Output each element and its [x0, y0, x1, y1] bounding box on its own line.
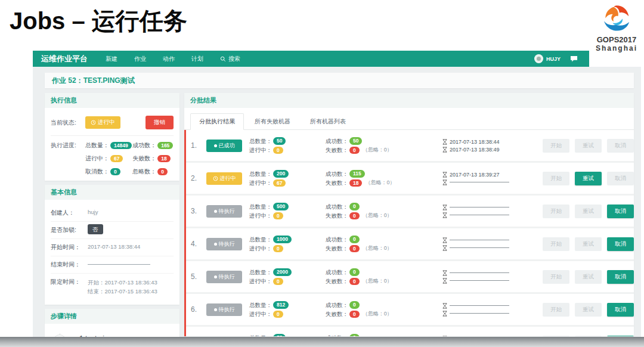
start-time [442, 237, 543, 243]
user-menu[interactable]: HUJY [534, 54, 561, 63]
status-dot-icon [214, 243, 217, 246]
in-progress-count: 进行中：67 [249, 179, 326, 187]
nav-menu: 新建作业动作计划 [106, 55, 220, 63]
content-area: 作业 52：TEST.PING测试 执行信息 当前状态: [33, 67, 641, 337]
start-button[interactable]: 开始 [543, 205, 569, 218]
current-status-label: 当前状态: [51, 119, 85, 127]
info-row: 是否加锁:否 [51, 222, 174, 239]
nav-item-2[interactable]: 作业 [134, 55, 146, 63]
in-progress-count-value: 0 [273, 278, 283, 285]
in-progress-count-label: 进行中： [249, 245, 272, 252]
retry-button[interactable]: 重试 [575, 139, 602, 153]
empty-value-line [88, 264, 150, 265]
logo-text-shanghai: Shanghai [596, 44, 637, 52]
success-count-value: 0 [349, 268, 360, 275]
in-progress-count-value: 0 [273, 311, 283, 318]
retry-button[interactable]: 重试 [575, 270, 602, 284]
progress-row: 执行进度: 总数量：14849成功数：165进行中：67失败数：18取消数：0忽… [51, 136, 174, 176]
end-time [442, 278, 543, 284]
retry-button[interactable]: 重试 [575, 303, 602, 317]
retry-button[interactable]: 重试 [575, 336, 602, 337]
retry-button[interactable]: 重试 [575, 237, 602, 251]
in-progress-count: 进行中：0 [249, 147, 326, 154]
hourglass-icon [442, 212, 447, 218]
lock-badge: 否 [88, 224, 103, 234]
page-title: 作业 52：TEST.PING测试 [45, 73, 634, 88]
current-status-row: 当前状态: 进行中 撤销 [51, 113, 174, 136]
success-count-value: 0 [349, 301, 360, 308]
start-button[interactable]: 开始 [543, 139, 569, 153]
nav-item-1[interactable]: 新建 [106, 55, 117, 63]
success-count: 成功数：0 [326, 268, 442, 275]
cancel-button[interactable]: 取消 [607, 139, 634, 153]
tabs: 分批执行结果所有失败机器所有机器列表 [184, 108, 634, 130]
info-row: 创建人：hujy [51, 205, 174, 222]
in-progress-count: 进行中：0 [249, 245, 326, 252]
fail-count: 失败数：0（忽略：0） [326, 311, 442, 318]
info-label: 创建人： [51, 209, 88, 217]
hourglass-icon [442, 237, 447, 243]
total-count-label: 总数量： [249, 236, 272, 243]
hourglass-icon [442, 303, 447, 309]
stat-ignore-label: 忽略数： [132, 168, 156, 176]
cancel-button[interactable]: 取消 [607, 270, 634, 284]
clock-icon [91, 120, 96, 125]
batch-results-title: 分批结果 [184, 93, 634, 108]
nav-search-label: 搜索 [228, 55, 240, 63]
in-progress-count: 进行中：0 [249, 311, 326, 318]
tab-3[interactable]: 所有机器列表 [301, 113, 355, 130]
batch-row: 2.进行中总数量：200进行中：67成功数：115失败数：18（忽略：0）201… [186, 163, 634, 194]
fail-count-label: 失败数： [326, 278, 348, 284]
success-count-value: 0 [349, 203, 360, 210]
info-value [88, 261, 150, 269]
stat-in-progress-value: 67 [110, 155, 123, 162]
nav-item-3[interactable]: 动作 [163, 55, 175, 63]
in-progress-count-value: 0 [273, 147, 283, 154]
retry-button[interactable]: 重试 [575, 172, 602, 185]
cancel-button[interactable]: 取消 [607, 205, 634, 218]
retry-button[interactable]: 重试 [575, 205, 602, 218]
total-count: 总数量：50 [249, 334, 326, 336]
cancel-button[interactable]: 取消 [607, 303, 634, 317]
stat-ignore-value: 0 [157, 168, 168, 175]
tab-2[interactable]: 所有失败机器 [246, 113, 299, 130]
brand[interactable]: 运维作业平台 [41, 54, 88, 64]
batch-row: 3.待执行总数量：500进行中：0成功数：0失败数：0（忽略：0）开始重试取消 [186, 196, 634, 227]
nav-search[interactable]: 搜索 [220, 55, 240, 63]
start-button[interactable]: 开始 [543, 270, 569, 284]
tab-1[interactable]: 分批执行结果 [190, 113, 244, 130]
success-count: 成功数：50 [326, 137, 442, 144]
fail-count: 失败数：0（忽略：0） [326, 245, 442, 252]
chat-icon[interactable] [570, 55, 578, 63]
total-count-value: 200 [273, 170, 289, 177]
hourglass-icon [442, 311, 447, 317]
stat-success-value: 165 [157, 142, 173, 149]
info-value: 否 [88, 226, 103, 234]
success-count: 成功数：0 [326, 236, 442, 243]
start-button[interactable]: 开始 [543, 336, 569, 337]
slide: Jobs – 运行任务 GOPS2017 Shanghai 运维作业平台 新建作… [0, 0, 644, 347]
batch-status-badge: 待执行 [206, 303, 242, 316]
cancel-button[interactable]: 取消 [607, 172, 634, 185]
success-count-value: 0 [349, 334, 360, 336]
info-row: 开始时间：2017-07-13 18:38:44 [51, 239, 174, 256]
fail-count-value: 0 [349, 278, 360, 285]
in-progress-count-label: 进行中： [249, 311, 272, 317]
start-button[interactable]: 开始 [543, 237, 569, 251]
hourglass-icon [442, 278, 447, 284]
total-count-label: 总数量： [249, 269, 272, 275]
in-progress-count-label: 进行中： [249, 212, 272, 219]
stat-success: 成功数：165 [132, 141, 174, 150]
start-button[interactable]: 开始 [543, 172, 569, 185]
status-badge: 进行中 [85, 116, 120, 129]
cancel-button[interactable]: 取消 [607, 237, 634, 251]
panel-step-details-title: 步骤详情 [45, 309, 179, 324]
batch-status-badge: 进行中 [206, 172, 242, 185]
cancel-button[interactable]: 取消 [607, 336, 634, 337]
nav-item-4[interactable]: 计划 [191, 55, 203, 63]
revoke-button[interactable]: 撤销 [145, 116, 174, 129]
hourglass-icon [442, 336, 447, 337]
start-button[interactable]: 开始 [543, 303, 569, 317]
stat-in-progress-label: 进行中： [85, 154, 109, 163]
success-count-label: 成功数： [326, 138, 348, 144]
